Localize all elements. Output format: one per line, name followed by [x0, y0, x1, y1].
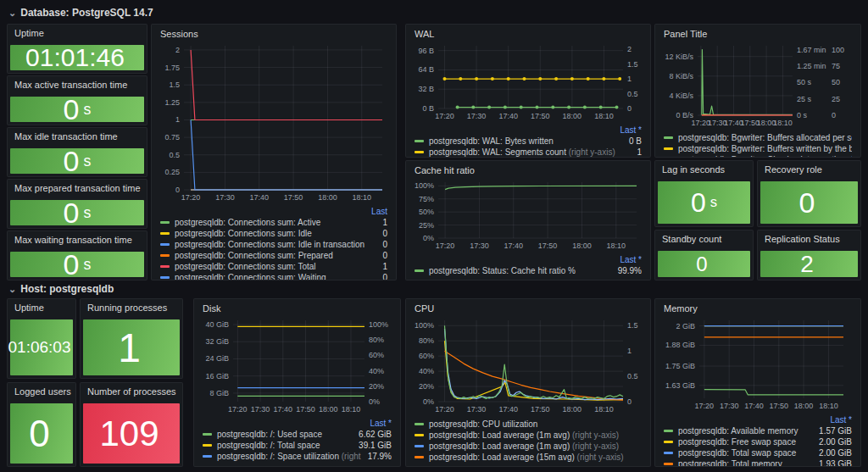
stat-panel-lag-in-seconds[interactable]: Lag in seconds 0s: [654, 160, 754, 227]
sessions-legend: Lastpostgresqldb: Connections sum: Activ…: [160, 207, 387, 280]
panel-title[interactable]: WAL: [406, 25, 650, 41]
legend-label[interactable]: postgresqldb: /: Space utilization (righ…: [217, 452, 363, 461]
wal-chart[interactable]: 17:2017:3017:4017:5018:0018:100 B32 B64 …: [413, 41, 643, 125]
legend-label[interactable]: postgresqldb: Total swap space: [678, 448, 814, 458]
svg-text:18:00: 18:00: [563, 405, 582, 414]
svg-text:0 B: 0 B: [422, 104, 434, 113]
legend-row[interactable]: postgresqldb: Load average (1m avg) (rig…: [415, 441, 642, 452]
stat-panel-standby-count[interactable]: Standby count 0: [654, 230, 754, 280]
legend-label[interactable]: postgresqldb: Load average (15m avg) (ri…: [429, 453, 642, 462]
stat-value: 0: [760, 181, 858, 224]
legend-label[interactable]: postgresqldb: CPU utilization: [429, 419, 642, 429]
svg-text:1.5: 1.5: [169, 81, 180, 89]
legend-row[interactable]: postgresqldb: Bgwriter: Checkpoint sync …: [664, 154, 852, 158]
legend-label[interactable]: postgresqldb: Connections sum: Waiting: [175, 273, 377, 280]
legend-label[interactable]: postgresqldb: Free swap space: [678, 437, 814, 447]
panel-title[interactable]: Disk: [194, 299, 400, 315]
chart-panel-disk[interactable]: Disk 17:2017:3017:4017:5018:0018:108 GiB…: [193, 298, 401, 467]
panel-title[interactable]: CPU: [406, 299, 650, 315]
panel-title[interactable]: Cache hit ratio: [406, 161, 650, 177]
legend-row[interactable]: postgresqldb: Load average (15m avg) (ri…: [415, 452, 642, 463]
legend-label[interactable]: postgresqldb: Bgwriter: Buffers written …: [678, 144, 852, 153]
stat-panel-max-idle-transaction-time[interactable]: Max idle transaction time 0s: [7, 127, 147, 177]
legend-row[interactable]: postgresqldb: CPU utilization: [415, 419, 642, 430]
stat-panel-logged-users[interactable]: Logged users 0: [7, 382, 76, 467]
legend-label[interactable]: postgresqldb: WAL: Segments count (right…: [429, 147, 632, 157]
legend-row[interactable]: postgresqldb: /: Space utilization (righ…: [203, 451, 392, 462]
stat-value: 0s: [10, 97, 144, 122]
stat-value: 0: [658, 251, 750, 277]
legend-label[interactable]: postgresqldb: Connections sum: Idle in t…: [175, 240, 377, 249]
panel-title[interactable]: Sessions: [152, 25, 396, 41]
legend-row[interactable]: postgresqldb: /: Total space39.1 GiB: [203, 440, 392, 451]
legend-last-header: Last *: [415, 255, 642, 265]
legend-row[interactable]: postgresqldb: Bgwriter: Buffers allocate…: [664, 132, 852, 143]
svg-text:17:50: 17:50: [770, 402, 789, 410]
legend-row[interactable]: postgresqldb: Connections sum: Total1: [160, 261, 387, 272]
stat-panel-number-of-processes[interactable]: Number of processes 109: [80, 382, 183, 467]
legend-label[interactable]: postgresqldb: Connections sum: Idle: [175, 229, 377, 238]
legend-row[interactable]: postgresqldb: WAL: Bytes written0 B: [415, 136, 642, 147]
cache-chart[interactable]: 17:2017:3017:4017:5018:0018:100%25%50%75…: [413, 177, 643, 255]
chart-panel-cache-hit-ratio[interactable]: Cache hit ratio 17:2017:3017:4017:5018:0…: [405, 160, 651, 280]
stat-value: 0s: [658, 181, 750, 224]
sessions-chart[interactable]: 17:2017:3017:4017:5018:0018:1000.250.50.…: [159, 41, 389, 207]
svg-text:100: 100: [832, 46, 844, 54]
legend-label[interactable]: postgresqldb: Connections sum: Prepared: [175, 251, 377, 260]
cpu-chart[interactable]: 17:2017:3017:4017:5018:0018:100%20%40%60…: [413, 315, 643, 419]
stat-panel-max-prepared-transaction-time[interactable]: Max prepared transaction time 0s: [7, 179, 147, 229]
chart-panel-wal[interactable]: WAL 17:2017:3017:4017:5018:0018:100 B32 …: [405, 24, 651, 158]
panel-title[interactable]: Memory: [655, 299, 860, 315]
memory-chart[interactable]: 17:2017:3017:4017:5018:0018:101.63 GiB1.…: [662, 315, 854, 415]
legend-row[interactable]: postgresqldb: Bgwriter: Buffers written …: [664, 143, 852, 154]
legend-label[interactable]: postgresqldb: Available memory: [678, 426, 814, 436]
chart-panel-sessions[interactable]: Sessions 17:2017:3017:4017:5018:0018:100…: [151, 24, 397, 280]
legend-row[interactable]: postgresqldb: Connections sum: Prepared0: [160, 250, 387, 261]
legend-row[interactable]: postgresqldb: Connections sum: Waiting0: [160, 272, 387, 280]
legend-label[interactable]: postgresqldb: Connections sum: Total: [175, 262, 377, 271]
legend-row[interactable]: postgresqldb: Connections sum: Idle in t…: [160, 239, 387, 250]
legend-row[interactable]: postgresqldb: WAL: Segments count (right…: [415, 147, 642, 158]
stat-panel-host-uptime[interactable]: Uptime 01:06:03: [7, 298, 76, 379]
chart-panel-memory[interactable]: Memory 17:2017:3017:4017:5018:0018:101.6…: [654, 298, 861, 467]
legend-row[interactable]: postgresqldb: Connections sum: Active1: [160, 217, 387, 228]
stat-panel-max-waiting-transaction-time[interactable]: Max waiting transaction time 0s: [7, 230, 147, 280]
panel-title: Max idle transaction time: [8, 128, 147, 146]
legend-label[interactable]: postgresqldb: /: Used space: [217, 430, 353, 439]
legend-row[interactable]: postgresqldb: Connections sum: Idle0: [160, 228, 387, 239]
stat-panel-running-processes[interactable]: Running processes 1: [80, 298, 183, 379]
legend-row[interactable]: postgresqldb: Total swap space2.00 GiB: [664, 447, 852, 458]
svg-text:50%: 50%: [419, 208, 434, 216]
legend-label[interactable]: postgresqldb: Status: Cache hit ratio %: [429, 266, 613, 275]
legend-row[interactable]: postgresqldb: /: Used space6.62 GiB: [203, 429, 392, 440]
legend-value: 0: [382, 240, 387, 249]
svg-text:2 GiB: 2 GiB: [676, 322, 695, 330]
legend-row[interactable]: postgresqldb: Total memory1.93 GiB: [664, 458, 852, 467]
legend-row[interactable]: postgresqldb: Available memory1.57 GiB: [664, 425, 852, 436]
panel-title[interactable]: Panel Title: [655, 25, 860, 41]
legend-row[interactable]: postgresqldb: Status: Cache hit ratio %9…: [415, 265, 642, 276]
legend-label[interactable]: postgresqldb: Load average (1m avg) (rig…: [429, 430, 642, 440]
stat-panel-max-active-transaction-time[interactable]: Max active transaction time 0s: [7, 75, 147, 125]
legend-label-suffix: (right y-axis): [575, 453, 624, 462]
stat-value: 2: [760, 251, 858, 277]
stat-panel-replication-status[interactable]: Replication Status 2: [757, 230, 861, 280]
section-header-host[interactable]: ⌄ Host: postgresqldb: [8, 283, 114, 295]
stat-panel-recovery-role[interactable]: Recovery role 0: [757, 160, 861, 227]
bgwriter-chart[interactable]: 17:2017:3017:4017:5018:0018:100 B/s4 KiB…: [662, 41, 854, 132]
chart-panel-cpu[interactable]: CPU 17:2017:3017:4017:5018:0018:100%20%4…: [405, 298, 651, 467]
legend-label[interactable]: postgresqldb: /: Total space: [217, 441, 353, 450]
legend-label[interactable]: postgresqldb: Connections sum: Active: [175, 218, 377, 227]
legend-row[interactable]: postgresqldb: Load average (1m avg) (rig…: [415, 430, 642, 441]
legend-label[interactable]: postgresqldb: Load average (1m avg) (rig…: [429, 441, 642, 451]
disk-chart[interactable]: 17:2017:3017:4017:5018:0018:108 GiB16 Gi…: [201, 315, 393, 419]
stat-panel-db-uptime[interactable]: Uptime 01:01:46: [7, 24, 147, 74]
legend-row[interactable]: postgresqldb: Free swap space2.00 GiB: [664, 436, 852, 447]
legend-label[interactable]: postgresqldb: Bgwriter: Buffers allocate…: [678, 133, 852, 142]
svg-text:8 GiB: 8 GiB: [209, 389, 229, 397]
section-header-database[interactable]: ⌄ Database: PostgreSQL 14.7: [8, 7, 153, 19]
legend-label[interactable]: postgresqldb: WAL: Bytes written: [429, 136, 624, 146]
legend-label[interactable]: postgresqldb: Bgwriter: Checkpoint sync …: [678, 155, 852, 158]
chart-panel-bgwriter[interactable]: Panel Title 17:2017:3017:4017:5018:0018:…: [654, 24, 861, 158]
legend-label[interactable]: postgresqldb: Total memory: [678, 459, 814, 467]
